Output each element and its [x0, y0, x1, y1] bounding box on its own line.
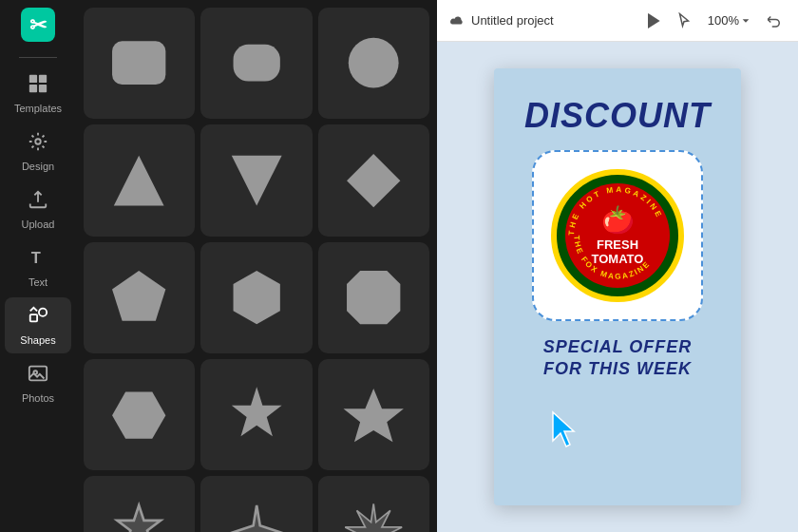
svg-rect-2 [29, 75, 37, 83]
right-area: Untitled project 100% [437, 0, 798, 532]
canvas-document: DISCOUNT THE HOT MAGAZINE THE FOX MAGAZ [494, 68, 741, 505]
svg-text:✂: ✂ [29, 13, 48, 37]
svg-rect-3 [39, 75, 47, 83]
svg-marker-23 [344, 389, 404, 442]
sidebar-item-shapes-label: Shapes [20, 334, 55, 346]
subtitle-line2: FOR THIS WEEK [543, 358, 693, 380]
shape-star-6-outline[interactable] [84, 476, 195, 532]
sidebar-item-upload[interactable]: Upload [5, 181, 71, 238]
sidebar-item-photos-label: Photos [22, 392, 54, 404]
sidebar-item-text[interactable]: T Text [5, 239, 71, 295]
topbar-left: Untitled project [448, 12, 634, 29]
shape-star-5[interactable] [318, 359, 429, 470]
upload-icon [28, 189, 48, 215]
topbar: Untitled project 100% [437, 0, 798, 42]
shape-star-12-outline[interactable] [318, 476, 429, 532]
svg-marker-18 [113, 271, 166, 321]
canvas-area: Resize DISCOUNT THE HOT MAGAZINE [437, 42, 798, 532]
svg-marker-21 [113, 391, 166, 438]
shapes-grid [84, 8, 429, 532]
text-icon: T [28, 247, 48, 273]
shape-rounded-rect-sm[interactable] [200, 8, 312, 119]
shape-pentagon[interactable] [84, 242, 195, 353]
photos-icon [28, 363, 48, 389]
shape-rounded-rect[interactable] [84, 8, 195, 119]
sidebar: ✂ Templates Design Upload T Text Shapes [0, 0, 76, 532]
svg-point-6 [35, 139, 41, 144]
design-icon [28, 131, 48, 157]
doc-title: DISCOUNT [524, 97, 711, 135]
doc-subtitle: SPECIAL OFFER FOR THIS WEEK [543, 336, 693, 381]
shape-star-8-outline[interactable] [200, 476, 312, 532]
shape-triangle-up[interactable] [84, 124, 195, 236]
svg-marker-16 [232, 156, 282, 206]
svg-point-14 [349, 38, 399, 88]
svg-rect-5 [39, 85, 47, 92]
shape-hexagon[interactable] [200, 242, 312, 353]
svg-marker-22 [232, 387, 282, 436]
shape-triangle-down[interactable] [200, 124, 312, 236]
shape-hexagon-flat[interactable] [84, 359, 195, 470]
app-logo: ✂ [21, 8, 55, 42]
shapes-icon [28, 305, 48, 331]
project-title: Untitled project [471, 13, 554, 28]
svg-marker-17 [347, 154, 400, 207]
sidebar-item-design[interactable]: Design [5, 124, 71, 180]
cloud-icon [448, 12, 466, 29]
shapes-panel [76, 0, 437, 532]
svg-rect-4 [29, 85, 37, 92]
svg-text:THE HOT MAGAZINE: THE HOT MAGAZINE [567, 185, 664, 236]
svg-rect-13 [233, 45, 279, 82]
undo-button[interactable] [762, 9, 787, 33]
svg-point-9 [39, 309, 47, 316]
sidebar-item-text-label: Text [28, 276, 48, 288]
sidebar-item-templates-label: Templates [14, 103, 62, 114]
doc-image-container: THE HOT MAGAZINE THE FOX MAGAZINE 🍅 FRES… [532, 150, 703, 321]
sidebar-item-upload-label: Upload [22, 218, 55, 230]
sidebar-item-templates[interactable]: Templates [5, 66, 71, 122]
cursor-button[interactable] [672, 9, 696, 33]
topbar-right: 100% [641, 9, 787, 33]
doc-logo: THE HOT MAGAZINE THE FOX MAGAZINE 🍅 FRES… [551, 169, 684, 302]
sidebar-divider [19, 57, 57, 58]
svg-marker-25 [118, 505, 162, 532]
shape-diamond[interactable] [318, 124, 429, 236]
zoom-value: 100% [708, 13, 739, 28]
zoom-control[interactable]: 100% [702, 11, 756, 29]
play-button[interactable] [641, 9, 666, 33]
svg-rect-8 [30, 314, 37, 321]
svg-marker-19 [233, 271, 279, 324]
sidebar-item-photos[interactable]: Photos [5, 355, 71, 411]
templates-icon [28, 73, 48, 99]
svg-marker-15 [114, 156, 164, 206]
logo-circular-text: THE HOT MAGAZINE THE FOX MAGAZINE [557, 175, 678, 296]
sidebar-item-shapes[interactable]: Shapes [5, 297, 71, 353]
shape-star-6[interactable] [200, 359, 312, 470]
shape-octagon[interactable] [318, 242, 429, 353]
sidebar-item-design-label: Design [22, 161, 54, 172]
svg-text:T: T [31, 249, 41, 266]
svg-rect-12 [113, 42, 166, 86]
svg-marker-26 [649, 14, 659, 28]
shape-circle[interactable] [318, 8, 429, 119]
svg-text:THE FOX MAGAZINE: THE FOX MAGAZINE [572, 235, 652, 280]
svg-marker-20 [347, 271, 400, 324]
subtitle-line1: SPECIAL OFFER [543, 336, 693, 358]
